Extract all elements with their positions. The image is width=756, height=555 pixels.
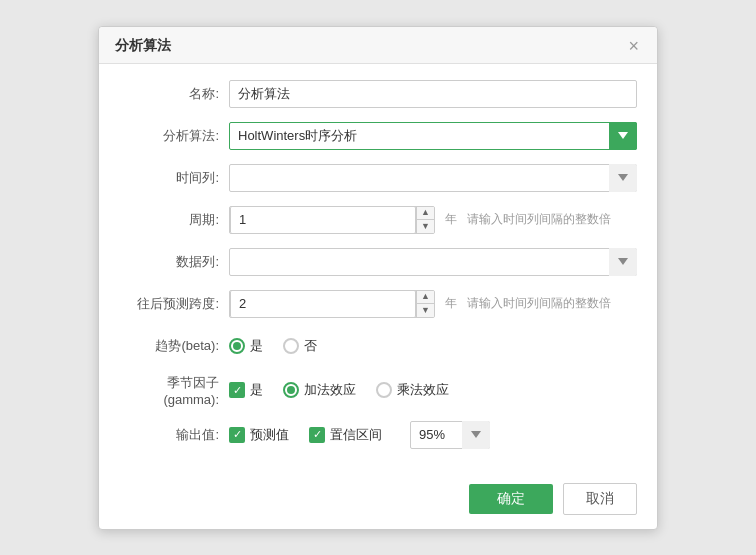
period-up-button[interactable]: ▲ xyxy=(417,206,434,221)
season-additive-circle xyxy=(283,382,299,398)
name-input[interactable] xyxy=(229,80,637,108)
dialog-header: 分析算法 × xyxy=(99,27,657,64)
output-control: ✓ 预测值 ✓ 置信区间 95% 90% 99% xyxy=(229,421,637,449)
trend-row: 趋势(beta): 是 否 xyxy=(119,332,637,360)
forecast-unit: 年 xyxy=(445,295,457,312)
confidence-select[interactable]: 95% 90% 99% xyxy=(410,421,490,449)
period-unit: 年 xyxy=(445,211,457,228)
season-yes-checkbox[interactable]: ✓ 是 xyxy=(229,381,263,399)
output-row: 输出值: ✓ 预测值 ✓ 置信区间 xyxy=(119,421,637,449)
output-confidence-checkbox[interactable]: ✓ 置信区间 xyxy=(309,426,382,444)
period-input[interactable] xyxy=(230,206,416,234)
output-predicted-box: ✓ xyxy=(229,427,245,443)
trend-no-circle xyxy=(283,338,299,354)
trend-radio-group: 是 否 xyxy=(229,337,317,355)
season-additive-radio[interactable]: 加法效应 xyxy=(283,381,356,399)
forecast-spinner-buttons: ▲ ▼ xyxy=(416,290,434,318)
output-confidence-box: ✓ xyxy=(309,427,325,443)
confidence-select-wrapper: 95% 90% 99% xyxy=(410,421,490,449)
forecast-hint: 请输入时间列间隔的整数倍 xyxy=(467,295,611,312)
name-label: 名称: xyxy=(119,85,229,103)
period-spinner-buttons: ▲ ▼ xyxy=(416,206,434,234)
trend-no-label: 否 xyxy=(304,337,317,355)
timeseries-select[interactable] xyxy=(229,164,637,192)
name-control xyxy=(229,80,637,108)
season-multiplicative-label: 乘法效应 xyxy=(397,381,449,399)
dataseries-select[interactable] xyxy=(229,248,637,276)
output-confidence-label: 置信区间 xyxy=(330,426,382,444)
output-predicted-label: 预测值 xyxy=(250,426,289,444)
forecast-down-button[interactable]: ▼ xyxy=(417,304,434,318)
dataseries-label: 数据列: xyxy=(119,253,229,271)
timeseries-control xyxy=(229,164,637,192)
season-multiplicative-circle xyxy=(376,382,392,398)
period-control: ▲ ▼ 年 请输入时间列间隔的整数倍 xyxy=(229,206,637,234)
timeseries-label: 时间列: xyxy=(119,169,229,187)
dialog-title: 分析算法 xyxy=(115,37,171,55)
timeseries-row: 时间列: xyxy=(119,164,637,192)
trend-yes-circle xyxy=(229,338,245,354)
cancel-button[interactable]: 取消 xyxy=(563,483,637,515)
forecast-control: ▲ ▼ 年 请输入时间列间隔的整数倍 xyxy=(229,290,637,318)
trend-yes-radio[interactable]: 是 xyxy=(229,337,263,355)
season-row: 季节因子(gamma): ✓ 是 加法效应 xyxy=(119,374,637,407)
algorithm-label: 分析算法: xyxy=(119,127,229,145)
period-spinner: ▲ ▼ xyxy=(229,206,435,234)
dataseries-select-wrapper xyxy=(229,248,637,276)
algorithm-control: HoltWinters时序分析 xyxy=(229,122,637,150)
season-label: 季节因子(gamma): xyxy=(119,374,229,407)
period-row: 周期: ▲ ▼ 年 请输入时间列间隔的整数倍 xyxy=(119,206,637,234)
season-additive-label: 加法效应 xyxy=(304,381,356,399)
output-predicted-checkbox[interactable]: ✓ 预测值 xyxy=(229,426,289,444)
name-row: 名称: xyxy=(119,80,637,108)
season-options: ✓ 是 加法效应 乘法效应 xyxy=(229,381,449,399)
output-label: 输出值: xyxy=(119,426,229,444)
forecast-label: 往后预测跨度: xyxy=(119,295,229,313)
trend-label: 趋势(beta): xyxy=(119,337,229,355)
season-control: ✓ 是 加法效应 乘法效应 xyxy=(229,381,637,399)
trend-control: 是 否 xyxy=(229,337,637,355)
period-hint: 请输入时间列间隔的整数倍 xyxy=(467,211,611,228)
output-options: ✓ 预测值 ✓ 置信区间 95% 90% 99% xyxy=(229,421,490,449)
dialog: 分析算法 × 名称: 分析算法: HoltWinters时序分析 xyxy=(98,26,658,530)
algorithm-row: 分析算法: HoltWinters时序分析 xyxy=(119,122,637,150)
trend-yes-dot xyxy=(233,342,241,350)
dataseries-control xyxy=(229,248,637,276)
season-yes-box: ✓ xyxy=(229,382,245,398)
trend-no-radio[interactable]: 否 xyxy=(283,337,317,355)
dialog-body: 名称: 分析算法: HoltWinters时序分析 时间列: xyxy=(99,64,657,473)
algorithm-select-wrapper: HoltWinters时序分析 xyxy=(229,122,637,150)
confirm-button[interactable]: 确定 xyxy=(469,484,553,514)
season-yes-label: 是 xyxy=(250,381,263,399)
trend-yes-label: 是 xyxy=(250,337,263,355)
output-confidence-check: ✓ xyxy=(313,429,322,440)
season-yes-check: ✓ xyxy=(233,385,242,396)
timeseries-select-wrapper xyxy=(229,164,637,192)
forecast-spinner: ▲ ▼ xyxy=(229,290,435,318)
algorithm-select[interactable]: HoltWinters时序分析 xyxy=(229,122,637,150)
output-predicted-check: ✓ xyxy=(233,429,242,440)
period-down-button[interactable]: ▼ xyxy=(417,220,434,234)
season-multiplicative-radio[interactable]: 乘法效应 xyxy=(376,381,449,399)
forecast-row: 往后预测跨度: ▲ ▼ 年 请输入时间列间隔的整数倍 xyxy=(119,290,637,318)
forecast-up-button[interactable]: ▲ xyxy=(417,290,434,305)
dataseries-row: 数据列: xyxy=(119,248,637,276)
season-additive-dot xyxy=(287,386,295,394)
period-label: 周期: xyxy=(119,211,229,229)
close-button[interactable]: × xyxy=(626,37,641,55)
forecast-input[interactable] xyxy=(230,290,416,318)
dialog-footer: 确定 取消 xyxy=(99,473,657,529)
